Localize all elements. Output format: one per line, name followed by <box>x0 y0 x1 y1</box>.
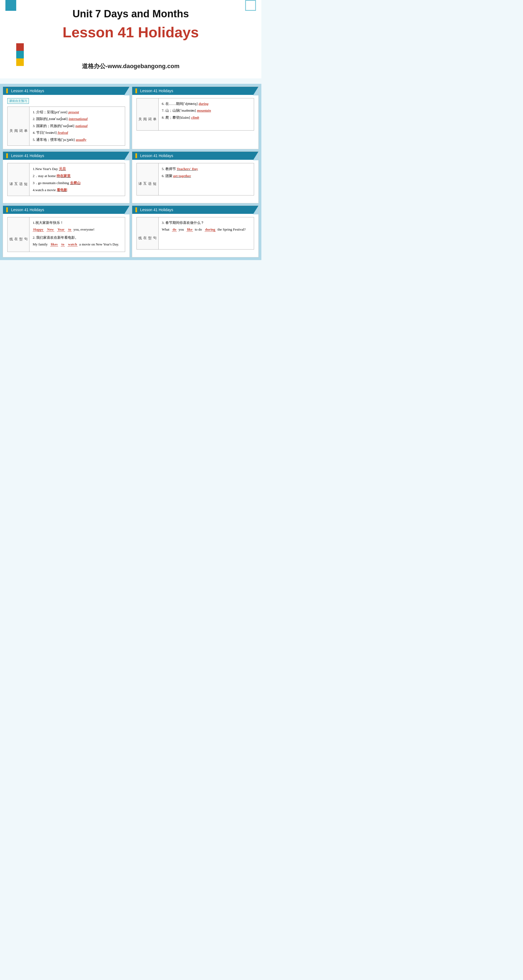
phrase-item-3: 3．go mountain climbing 去爬山 <box>33 180 122 186</box>
fill-like: like <box>186 228 193 232</box>
card3-body: 短语互译 1.New Year's Day 元旦 2．stay at home … <box>3 160 129 203</box>
vocab-num-8: 8. 爬；攀登[klaɪm] <box>162 115 190 121</box>
card5-header: Lesson 41 Holidays <box>3 206 129 214</box>
card5-body: 句型在线 1.祝大家新年快乐！ Happy New Year to yo <box>3 214 129 257</box>
vocab-item-2: 2. 国际的[ˌɪntəˈnæʃnəl] international <box>33 116 122 122</box>
sentence-chinese-2: 2. 我们家喜欢在新年看电影。 <box>33 234 122 241</box>
card6-header: Lesson 41 Holidays <box>132 206 259 214</box>
fill-watch: watch <box>68 242 78 247</box>
card6-header-triangle <box>253 206 258 215</box>
card2-vocab-label: 单词阅关 <box>137 98 159 130</box>
sentence-item-1: 1.祝大家新年快乐！ Happy New Year to you, everyo… <box>33 220 122 233</box>
card-vocab-right: Lesson 41 Holidays 单词阅关 6. 在……期间[ˈdjʊərɪ… <box>132 86 259 149</box>
fill-happy: Happy <box>33 228 44 232</box>
sentence-template-2: My family likes to watch a movie on New … <box>33 241 122 248</box>
vocab-item-6: 6. 在……期间[ˈdjʊərɪŋ] during <box>162 100 251 107</box>
vocab-num-4: 4. 节日[ˈfestəvl] <box>33 129 57 136</box>
card5-header-text: Lesson 41 Holidays <box>11 208 44 212</box>
sentence-chinese-3: 3. 春节期间你喜欢做什么？ <box>162 220 251 226</box>
vocab-item-4: 4. 节日[ˈfestəvl] festival <box>33 129 122 136</box>
phrase-answer-5: Teachers' Day <box>177 167 198 171</box>
vocab-item-3: 3. 国家的；民族的[ˈnæʃnəl] national <box>33 123 122 129</box>
vocab-answer-4: festival <box>58 129 68 136</box>
red-block <box>16 43 24 51</box>
vocab-num-5: 5. 通常地；惯常地[ˈjuːʒəlɪ] <box>33 137 75 143</box>
card6-header-text: Lesson 41 Holidays <box>140 208 173 212</box>
card1-body: 课前自主预习 单词阅关 1. 介绍；呈现[prɪˈzent] present 2… <box>3 95 129 149</box>
fill-do: do <box>172 228 177 232</box>
card4-header-text: Lesson 41 Holidays <box>140 154 173 158</box>
sentence-item-2: 2. 我们家喜欢在新年看电影。 My family likes to watch… <box>33 234 122 248</box>
fill-new: New <box>46 228 54 232</box>
fill-during: during <box>205 228 216 232</box>
card2-header-text: Lesson 41 Holidays <box>140 89 173 93</box>
vocab-num-6: 6. 在……期间[ˈdjʊərɪŋ] <box>162 100 198 107</box>
card-sentence-left: Lesson 41 Holidays 句型在线 1.祝大家新年快乐！ Happy… <box>3 205 130 258</box>
phrase-answer-4: 看电影 <box>57 188 67 192</box>
main-title: Unit 7 Days and Months <box>0 8 261 20</box>
card1-header: Lesson 41 Holidays <box>3 87 129 95</box>
card5-sentence-label: 句型在线 <box>7 217 29 252</box>
sentence-template-1: Happy New Year to you, everyone! <box>33 226 122 233</box>
card3-header: Lesson 41 Holidays <box>3 152 129 160</box>
title-section: Unit 7 Days and Months Lesson 41 Holiday… <box>0 0 261 51</box>
card5-sentence-content: 1.祝大家新年快乐！ Happy New Year to you, everyo… <box>29 217 125 252</box>
sentence-template-3: What do you like to do during the Spring… <box>162 226 251 233</box>
card6-sentence-table: 句型在线 3. 春节期间你喜欢做什么？ What do you like to … <box>137 217 254 250</box>
fill-year: Year <box>57 228 65 232</box>
card6-sentence-content: 3. 春节期间你喜欢做什么？ What do you like to do du… <box>159 217 254 250</box>
website-text: 道格办公-www.daogebangong.com <box>0 62 261 78</box>
card2-header: Lesson 41 Holidays <box>132 87 259 95</box>
card2-header-triangle <box>253 87 258 95</box>
phrase-answer-2: 待在家里 <box>57 174 70 178</box>
vocab-num-3: 3. 国家的；民族的[ˈnæʃnəl] <box>33 123 74 129</box>
card4-phrase-table: 短语互译 5. 教师节 Teachers' Day 6. 团聚 get toge… <box>137 163 254 196</box>
card1-header-text: Lesson 41 Holidays <box>11 89 44 93</box>
sentence-chinese-1: 1.祝大家新年快乐！ <box>33 220 122 226</box>
teal-block <box>16 51 24 58</box>
phrase-answer-3: 去爬山 <box>70 181 81 185</box>
card4-phrase-label: 短语互译 <box>137 163 159 196</box>
card1-header-triangle <box>124 87 129 95</box>
vocab-answer-6: during <box>199 100 208 107</box>
cards-grid: Lesson 41 Holidays 课前自主预习 单词阅关 1. 介绍；呈现[… <box>0 84 261 260</box>
phrase-answer-6: get together <box>173 174 191 178</box>
card1-vocab-table: 单词阅关 1. 介绍；呈现[prɪˈzent] present 2. 国际的[ˌ… <box>7 107 125 146</box>
card1-vocab-label: 单词阅关 <box>7 107 29 146</box>
card4-header-triangle <box>253 152 258 160</box>
card4-header: Lesson 41 Holidays <box>132 152 259 160</box>
vocab-answer-2: international <box>68 116 87 122</box>
vocab-num-2: 2. 国际的[ˌɪntəˈnæʃnəl] <box>33 116 68 122</box>
card-phrase-right: Lesson 41 Holidays 短语互译 5. 教师节 Teachers'… <box>132 151 259 203</box>
phrase-answer-1: 元旦 <box>59 167 66 171</box>
card3-phrase-content: 1.New Year's Day 元旦 2．stay at home 待在家里 … <box>29 163 125 196</box>
yellow-block <box>16 58 24 66</box>
fill-to: to <box>68 228 72 232</box>
vocab-item-5: 5. 通常地；惯常地[ˈjuːʒəlɪ] usually <box>33 137 122 143</box>
card2-vocab-table: 单词阅关 6. 在……期间[ˈdjʊərɪŋ] during 7. 山；山脉[ˈ… <box>137 98 254 130</box>
card4-body: 短语互译 5. 教师节 Teachers' Day 6. 团聚 get toge… <box>132 160 259 203</box>
vocab-answer-1: present <box>68 109 79 115</box>
fill-likes: likes <box>50 242 58 247</box>
vocab-num-1: 1. 介绍；呈现[prɪˈzent] <box>33 109 67 115</box>
vocab-item-1: 1. 介绍；呈现[prɪˈzent] present <box>33 109 122 115</box>
vocab-answer-7: mountain <box>197 107 211 113</box>
fill-to2: to <box>61 242 65 247</box>
phrase-item-5: 5. 教师节 Teachers' Day <box>162 165 251 172</box>
card5-header-triangle <box>124 206 129 215</box>
card4-phrase-content: 5. 教师节 Teachers' Day 6. 团聚 get together <box>159 163 254 196</box>
card3-header-text: Lesson 41 Holidays <box>11 154 44 158</box>
card5-sentence-table: 句型在线 1.祝大家新年快乐！ Happy New Year to yo <box>7 217 125 252</box>
phrase-item-2: 2．stay at home 待在家里 <box>33 172 122 180</box>
top-area: Unit 7 Days and Months Lesson 41 Holiday… <box>0 0 261 78</box>
color-blocks <box>16 43 24 66</box>
phrase-item-4: 4.watch a movie 看电影 <box>33 186 122 194</box>
vocab-num-7: 7. 山；山脉[ˈmaʊntən] <box>162 107 196 113</box>
vocab-item-8: 8. 爬；攀登[klaɪm] climb <box>162 115 251 121</box>
card-vocab-left: Lesson 41 Holidays 课前自主预习 单词阅关 1. 介绍；呈现[… <box>3 86 130 149</box>
phrase-item-6: 6. 团聚 get together <box>162 172 251 180</box>
card-sentence-right: Lesson 41 Holidays 句型在线 3. 春节期间你喜欢做什么？ W… <box>132 205 259 258</box>
card2-vocab-content: 6. 在……期间[ˈdjʊərɪŋ] during 7. 山；山脉[ˈmaʊnt… <box>159 98 254 130</box>
card2-body: 单词阅关 6. 在……期间[ˈdjʊərɪŋ] during 7. 山；山脉[ˈ… <box>132 95 259 138</box>
card1-vocab-content: 1. 介绍；呈现[prɪˈzent] present 2. 国际的[ˌɪntəˈ… <box>29 107 125 146</box>
